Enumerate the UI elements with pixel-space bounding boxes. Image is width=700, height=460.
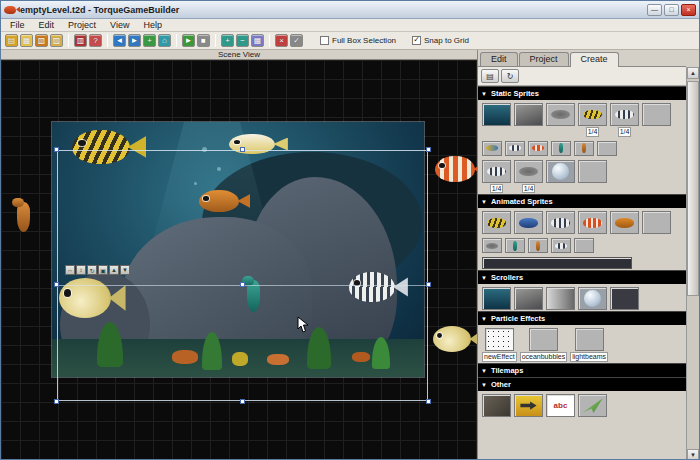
- zoom-out-icon[interactable]: −: [236, 34, 249, 47]
- white-stripe-fish-thumbnail[interactable]: [610, 103, 639, 126]
- selection-handle[interactable]: [426, 399, 431, 404]
- home-icon[interactable]: ⌂: [158, 34, 171, 47]
- layer-down-icon[interactable]: ▼: [120, 265, 130, 275]
- scene-canvas[interactable]: ↔↕↻▣▲▼: [1, 60, 477, 460]
- orange-seahorse-thumbnail[interactable]: [574, 141, 594, 156]
- gray-thumbnail[interactable]: [529, 328, 558, 351]
- yellow-stripe-fish-thumbnail[interactable]: [482, 211, 511, 234]
- titlebar[interactable]: emptyLevel.t2d - TorqueGameBuilder — □ ×: [1, 1, 699, 19]
- menu-project[interactable]: Project: [61, 20, 103, 30]
- teal-seahorse-thumbnail[interactable]: [505, 238, 525, 253]
- white-stripe-fish-thumbnail[interactable]: [551, 238, 571, 253]
- clown-fish-thumbnail[interactable]: [578, 211, 607, 234]
- white-stripe-fish-thumbnail[interactable]: [546, 211, 575, 234]
- save-level-icon[interactable]: ▧: [35, 34, 48, 47]
- gray-thumbnail[interactable]: [575, 328, 604, 351]
- gray-fish-thumbnail[interactable]: [482, 238, 502, 253]
- menu-edit[interactable]: Edit: [32, 20, 62, 30]
- play-level-icon[interactable]: ►: [182, 34, 195, 47]
- gray-gradient-thumbnail[interactable]: [546, 287, 575, 310]
- clown-fish-thumbnail[interactable]: [528, 141, 548, 156]
- bubble-thumbnail[interactable]: [546, 160, 575, 183]
- selection-handle[interactable]: [54, 147, 59, 152]
- teal-seahorse-thumbnail[interactable]: [551, 141, 571, 156]
- scroll-down-icon[interactable]: ▼: [687, 449, 699, 460]
- menu-help[interactable]: Help: [136, 20, 169, 30]
- zoom-in-icon[interactable]: +: [221, 34, 234, 47]
- section-header-tilemaps[interactable]: ▼Tilemaps: [478, 363, 686, 377]
- orange-seahorse-thumbnail[interactable]: [528, 238, 548, 253]
- full-box-selection-checkbox[interactable]: Full Box Selection: [320, 36, 396, 45]
- minimize-button[interactable]: —: [647, 4, 662, 16]
- blank-thumbnail[interactable]: [597, 141, 617, 156]
- menu-view[interactable]: View: [103, 20, 136, 30]
- tab-create[interactable]: Create: [570, 52, 619, 67]
- orange-fish-thumbnail[interactable]: [610, 211, 639, 234]
- undo-icon[interactable]: ◄: [113, 34, 126, 47]
- selection-handle[interactable]: [240, 147, 245, 152]
- open-resource-button[interactable]: ▤: [481, 69, 499, 83]
- underwater-bg-thumbnail[interactable]: [482, 287, 511, 310]
- scale-icon[interactable]: ▣: [98, 265, 108, 275]
- selection-handle[interactable]: [54, 399, 59, 404]
- scene-view-tab[interactable]: Scene View: [1, 50, 477, 60]
- scrollbar-thumb[interactable]: [687, 81, 699, 296]
- stop-icon[interactable]: ■: [197, 34, 210, 47]
- layer-up-icon[interactable]: ▲: [109, 265, 119, 275]
- tab-project[interactable]: Project: [519, 52, 569, 66]
- help-book-icon[interactable]: ?: [89, 34, 102, 47]
- refresh-resources-button[interactable]: ↻: [501, 69, 519, 83]
- scroll-up-icon[interactable]: ▲: [687, 67, 699, 79]
- docs-book-icon[interactable]: ▥: [74, 34, 87, 47]
- close-button[interactable]: ×: [681, 4, 696, 16]
- settings-check-icon[interactable]: ✓: [290, 34, 303, 47]
- underwater-bg-thumbnail[interactable]: [482, 103, 511, 126]
- redo-icon[interactable]: ►: [128, 34, 141, 47]
- add-object-icon[interactable]: +: [143, 34, 156, 47]
- selection-handle[interactable]: [426, 147, 431, 152]
- abc-thumbnail[interactable]: abc: [546, 394, 575, 417]
- dark-thumbnail[interactable]: [610, 287, 639, 310]
- particles-thumbnail[interactable]: [485, 328, 514, 351]
- section-header-other[interactable]: ▼Other: [478, 377, 686, 391]
- white-stripe-fish-thumbnail[interactable]: [505, 141, 525, 156]
- rotate-icon[interactable]: ↻: [87, 265, 97, 275]
- gray-fish-thumbnail[interactable]: [514, 160, 543, 183]
- sign-thumbnail[interactable]: [514, 394, 543, 417]
- grid-icon[interactable]: ▦: [251, 34, 264, 47]
- blank-thumbnail[interactable]: [642, 211, 671, 234]
- paper-plane-thumbnail[interactable]: [578, 394, 607, 417]
- new-level-icon[interactable]: ▤: [5, 34, 18, 47]
- panel-scrollbar[interactable]: ▲ ▼: [686, 67, 699, 460]
- flip-horizontal-icon[interactable]: ↔: [65, 265, 75, 275]
- small-pufferfish-sprite[interactable]: [433, 326, 471, 352]
- selection-handle[interactable]: [240, 282, 245, 287]
- blank-thumbnail[interactable]: [578, 160, 607, 183]
- section-header-animated-sprites[interactable]: ▼Animated Sprites: [478, 194, 686, 208]
- snap-to-grid-checkbox[interactable]: Snap to Grid: [412, 36, 469, 45]
- blue-fish-thumbnail[interactable]: [514, 211, 543, 234]
- tab-edit[interactable]: Edit: [480, 52, 518, 66]
- selection-handle[interactable]: [426, 282, 431, 287]
- yellow-stripe-fish-thumbnail[interactable]: [578, 103, 607, 126]
- flip-vertical-icon[interactable]: ↕: [76, 265, 86, 275]
- tile-rock-thumbnail[interactable]: [482, 394, 511, 417]
- delete-icon[interactable]: ×: [275, 34, 288, 47]
- bubble-thumbnail[interactable]: [578, 287, 607, 310]
- selection-rectangle[interactable]: [57, 150, 428, 401]
- selection-handle[interactable]: [240, 399, 245, 404]
- white-stripe-fish-thumbnail[interactable]: [482, 160, 511, 183]
- section-header-scrollers[interactable]: ▼Scrollers: [478, 270, 686, 284]
- selection-handle[interactable]: [54, 282, 59, 287]
- section-header-static-sprites[interactable]: ▼Static Sprites: [478, 86, 686, 100]
- rock-thumbkind-thumbnail[interactable]: [514, 103, 543, 126]
- rock-thumbkind-thumbnail[interactable]: [514, 287, 543, 310]
- clownfish-sprite[interactable]: [435, 156, 475, 182]
- orange-seahorse-sprite[interactable]: [17, 202, 30, 232]
- blank-thumbnail[interactable]: [642, 103, 671, 126]
- multi-fish-thumbnail[interactable]: [482, 141, 502, 156]
- save-all-icon[interactable]: ▨: [50, 34, 63, 47]
- filmstrip-thumbnail[interactable]: [482, 257, 632, 269]
- scrollbar-track[interactable]: [687, 79, 699, 449]
- open-level-icon[interactable]: ▦: [20, 34, 33, 47]
